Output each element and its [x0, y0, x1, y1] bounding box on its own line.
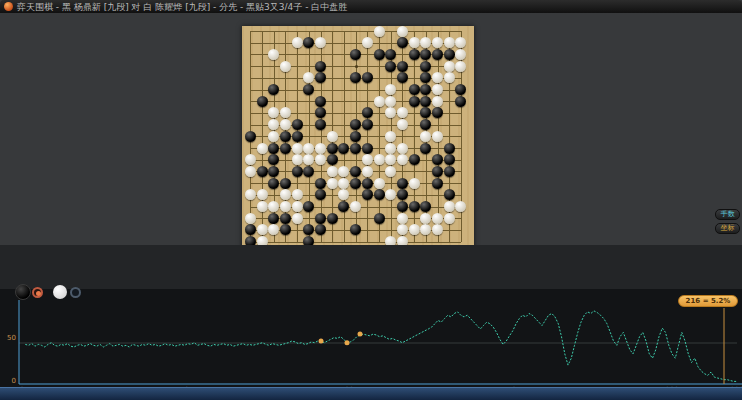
black-stone [362, 189, 373, 200]
black-stone [268, 143, 279, 154]
black-stone [432, 107, 443, 118]
black-stone [280, 131, 291, 142]
white-stone [385, 143, 396, 154]
white-stone [257, 201, 268, 212]
black-stone [280, 143, 291, 154]
white-stone [315, 154, 326, 165]
taskbar[interactable] [0, 387, 742, 400]
white-stone [432, 84, 443, 95]
winrate-curve [25, 311, 737, 382]
white-stone [432, 37, 443, 48]
white-stone [292, 37, 303, 48]
black-stone [444, 166, 455, 177]
white-stone-icon [53, 285, 67, 299]
black-stone [315, 119, 326, 130]
black-stone [455, 84, 466, 95]
black-stone [327, 154, 338, 165]
black-stone [397, 61, 408, 72]
white-stone [420, 213, 431, 224]
black-stone-icon [15, 284, 31, 300]
black-perspective-radio[interactable] [32, 287, 43, 298]
white-stone [385, 84, 396, 95]
white-stone [362, 166, 373, 177]
black-stone [257, 96, 268, 107]
white-stone [385, 131, 396, 142]
black-stone [350, 119, 361, 130]
black-stone [350, 49, 361, 60]
black-stone [315, 189, 326, 200]
black-stone [303, 37, 314, 48]
white-stone [409, 178, 420, 189]
move-numbers-toggle[interactable]: 手数 [715, 209, 740, 220]
white-stone [409, 224, 420, 235]
y-tick-label: 50 [2, 334, 16, 342]
white-stone [362, 154, 373, 165]
app-window: 弈天围棋 - 黑 杨鼎新 [九段] 对 白 陈耀烨 [九段] - 分先 - 黑贴… [0, 0, 742, 400]
black-stone [362, 143, 373, 154]
black-stone [374, 49, 385, 60]
black-stone [268, 84, 279, 95]
white-stone [420, 131, 431, 142]
white-stone [374, 178, 385, 189]
white-stone [268, 119, 279, 130]
white-stone [315, 37, 326, 48]
white-stone [397, 213, 408, 224]
white-stone [245, 154, 256, 165]
winrate-chart[interactable] [0, 289, 742, 387]
board-area [0, 13, 742, 245]
white-perspective-radio[interactable] [70, 287, 81, 298]
black-stone [292, 166, 303, 177]
white-stone [268, 201, 279, 212]
black-stone [397, 37, 408, 48]
white-stone [292, 213, 303, 224]
title-bar[interactable]: 弈天围棋 - 黑 杨鼎新 [九段] 对 白 陈耀烨 [九段] - 分先 - 黑贴… [0, 0, 742, 13]
go-board[interactable] [242, 26, 474, 257]
black-stone [409, 49, 420, 60]
black-stone [350, 224, 361, 235]
black-stone [268, 178, 279, 189]
white-stone [455, 37, 466, 48]
black-stone [292, 119, 303, 130]
white-stone [303, 72, 314, 83]
black-stone [362, 72, 373, 83]
black-stone [420, 107, 431, 118]
white-stone [362, 37, 373, 48]
black-stone [444, 154, 455, 165]
black-stone [303, 224, 314, 235]
black-stone [303, 84, 314, 95]
black-stone [420, 96, 431, 107]
white-stone [420, 37, 431, 48]
white-stone [385, 107, 396, 118]
winrate-panel [0, 289, 742, 387]
black-stone [327, 213, 338, 224]
white-stone [292, 154, 303, 165]
coordinates-toggle[interactable]: 坐标 [715, 223, 740, 234]
black-stone [455, 96, 466, 107]
black-stone [420, 201, 431, 212]
black-stone [420, 61, 431, 72]
white-stone [257, 189, 268, 200]
app-logo-icon [4, 2, 13, 11]
white-stone [409, 37, 420, 48]
white-stone [327, 131, 338, 142]
black-stone [420, 84, 431, 95]
black-stone [315, 107, 326, 118]
white-stone [397, 107, 408, 118]
black-stone [338, 201, 349, 212]
black-stone [257, 166, 268, 177]
white-stone [385, 189, 396, 200]
white-stone [374, 26, 385, 37]
key-move-marker [319, 339, 324, 344]
black-stone [315, 213, 326, 224]
white-stone [350, 201, 361, 212]
black-stone [292, 131, 303, 142]
white-stone [397, 154, 408, 165]
black-stone [409, 154, 420, 165]
black-stone [350, 178, 361, 189]
white-stone [257, 224, 268, 235]
white-stone [374, 154, 385, 165]
black-stone [420, 72, 431, 83]
white-stone [432, 131, 443, 142]
white-stone [444, 61, 455, 72]
winrate-tooltip: 216 = 5.2% [678, 295, 738, 307]
